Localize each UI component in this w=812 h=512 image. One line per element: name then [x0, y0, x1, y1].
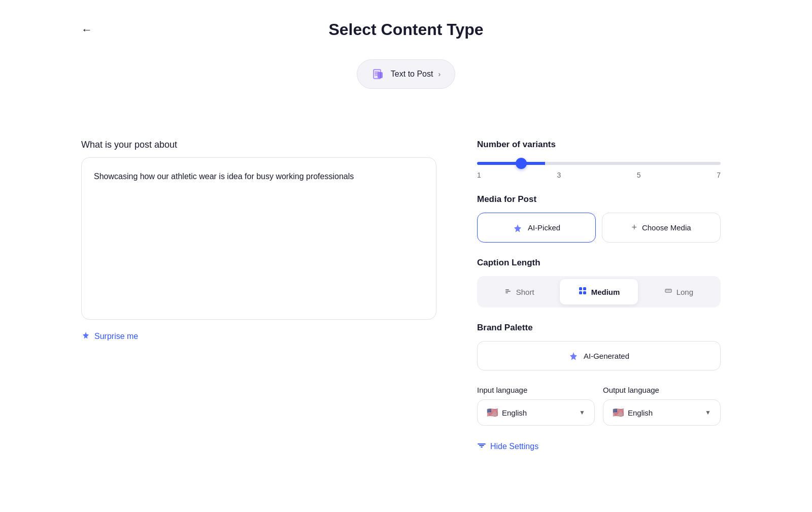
- choose-media-label: Choose Media: [642, 223, 691, 232]
- right-panel: Number of variants 1 3 5 7 Media for Pos…: [477, 140, 721, 452]
- ai-picked-icon: [513, 223, 523, 233]
- back-button[interactable]: ←: [81, 23, 92, 37]
- output-language-flag: 🇺🇸: [613, 407, 624, 418]
- svg-rect-7: [505, 292, 508, 293]
- caption-section: Caption Length Short: [477, 258, 721, 308]
- text-to-post-button[interactable]: Text to Post ›: [357, 59, 455, 89]
- caption-buttons: Short Medium: [477, 276, 721, 308]
- svg-rect-6: [505, 289, 509, 290]
- svg-rect-10: [579, 291, 582, 294]
- main-layout: What is your post about Showcasing how o…: [81, 140, 731, 452]
- choose-media-button[interactable]: + Choose Media: [602, 213, 721, 243]
- output-language-chevron: ▼: [705, 409, 711, 416]
- svg-rect-1: [378, 72, 383, 78]
- hide-settings-label: Hide Settings: [490, 442, 538, 451]
- svg-rect-5: [505, 291, 511, 292]
- slider-labels: 1 3 5 7: [477, 171, 721, 179]
- input-language-left: 🇺🇸 English: [487, 407, 527, 418]
- page-header: ← Select Content Type: [81, 20, 731, 39]
- caption-medium-label: Medium: [591, 288, 620, 296]
- input-language-chevron: ▼: [579, 409, 585, 416]
- slider-label-1: 1: [477, 171, 481, 179]
- post-about-textarea[interactable]: Showcasing how our athletic wear is idea…: [81, 157, 436, 320]
- caption-long-label: Long: [676, 288, 693, 296]
- media-section: Media for Post AI-Picked + Choose Media: [477, 194, 721, 243]
- ruler-icon: [664, 287, 672, 297]
- input-language-inner: 🇺🇸 English ▼: [487, 407, 585, 418]
- output-language-inner: 🇺🇸 English ▼: [613, 407, 711, 418]
- brand-palette-button[interactable]: AI-Generated: [477, 341, 721, 370]
- brand-label: Brand Palette: [477, 323, 721, 333]
- hide-settings-button[interactable]: Hide Settings: [477, 441, 538, 452]
- caption-short-button[interactable]: Short: [480, 279, 558, 304]
- svg-rect-8: [579, 287, 582, 290]
- media-buttons: AI-Picked + Choose Media: [477, 213, 721, 243]
- input-language-value: English: [502, 408, 527, 417]
- slider-label-3: 3: [557, 171, 561, 179]
- output-language-left: 🇺🇸 English: [613, 407, 653, 418]
- svg-rect-11: [583, 291, 586, 294]
- surprise-ai-icon: [81, 331, 90, 342]
- slider-label-7: 7: [717, 171, 721, 179]
- language-section: Input language 🇺🇸 English ▼: [477, 386, 721, 426]
- output-language-label: Output language: [603, 386, 721, 394]
- ai-picked-label: AI-Picked: [528, 223, 560, 232]
- left-panel: What is your post about Showcasing how o…: [81, 140, 436, 342]
- surprise-me-button[interactable]: Surprise me: [81, 331, 138, 342]
- blocks-icon: [578, 286, 587, 297]
- brand-palette-label: AI-Generated: [584, 352, 629, 360]
- ai-picked-button[interactable]: AI-Picked: [477, 213, 596, 243]
- text-to-post-label: Text to Post: [391, 70, 433, 79]
- caption-medium-button[interactable]: Medium: [560, 279, 637, 304]
- plus-icon: +: [631, 222, 637, 233]
- input-language-flag: 🇺🇸: [487, 407, 498, 418]
- pencil-icon: [504, 287, 512, 297]
- input-language-label: Input language: [477, 386, 595, 394]
- caption-short-label: Short: [516, 288, 534, 296]
- language-row: Input language 🇺🇸 English ▼: [477, 386, 721, 426]
- variants-section: Number of variants 1 3 5 7: [477, 140, 721, 179]
- input-language-select[interactable]: 🇺🇸 English ▼: [477, 399, 595, 426]
- caption-label: Caption Length: [477, 258, 721, 268]
- slider-wrapper: [477, 158, 721, 167]
- variants-slider[interactable]: [477, 162, 721, 165]
- caption-long-button[interactable]: Long: [640, 279, 718, 304]
- svg-rect-9: [583, 287, 586, 290]
- surprise-me-label: Surprise me: [94, 332, 138, 341]
- page-title: Select Content Type: [328, 20, 483, 39]
- output-language-select[interactable]: 🇺🇸 English ▼: [603, 399, 721, 426]
- brand-ai-icon: [568, 351, 579, 361]
- text-to-post-wrapper: Text to Post ›: [81, 59, 731, 114]
- brand-section: Brand Palette AI-Generated: [477, 323, 721, 370]
- hide-settings-icon: [477, 441, 486, 452]
- post-about-label: What is your post about: [81, 140, 436, 150]
- text-to-post-chevron: ›: [438, 70, 441, 78]
- output-language-group: Output language 🇺🇸 English ▼: [603, 386, 721, 426]
- media-label: Media for Post: [477, 194, 721, 204]
- variants-label: Number of variants: [477, 140, 721, 150]
- back-arrow-icon: ←: [81, 23, 92, 37]
- input-language-group: Input language 🇺🇸 English ▼: [477, 386, 595, 426]
- text-to-post-icon: [371, 67, 386, 81]
- slider-label-5: 5: [637, 171, 641, 179]
- output-language-value: English: [628, 408, 653, 417]
